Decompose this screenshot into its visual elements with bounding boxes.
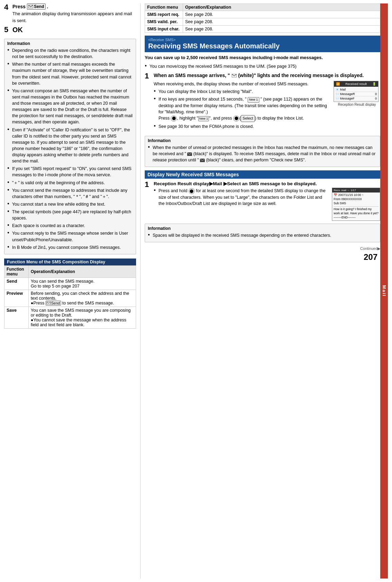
recvmail-titlebar: Recv. mail ← 1/17 <box>332 188 380 193</box>
bottom-bar: Continued▶ <box>145 246 380 251</box>
col-header-operation: Operation/Explanation <box>183 4 380 11</box>
info-item: In B Mode of 2in1, you cannot compose SM… <box>7 244 133 251</box>
step-4: 4 Press Send . The animation display dur… <box>4 3 136 24</box>
list-item: If no keys are pressed for about 15 seco… <box>154 96 330 122</box>
function-name: Preview <box>4 290 29 307</box>
info-item: "＋" is valid only at the beginning of th… <box>7 180 133 186</box>
step-5: 5 OK <box>4 26 136 36</box>
display-new-section-header: Display Newly Received SMS Messages <box>145 170 380 179</box>
circle-button-2[interactable]: ⬤ <box>233 115 239 122</box>
function-desc: See page 208. <box>183 11 380 18</box>
send-button-label: Send <box>34 4 44 9</box>
info-item: You cannot start a new line while editin… <box>7 201 133 207</box>
screenshot-caption: Reception Result display <box>334 103 380 106</box>
function-name: SMS input char. <box>145 26 183 33</box>
right-top-table: Function menu Operation/Explanation SMS … <box>145 3 380 33</box>
table-row: SMS report req. See page 208. <box>145 11 380 18</box>
info-list-1: Depending on the radio wave conditions, … <box>7 47 133 251</box>
screenshot-body: 📧 Mail 📨 MessageR0 📨 MessageF0 <box>334 87 378 102</box>
receive-sms-title: Receiving SMS Messages Automatically <box>148 42 377 50</box>
info-item: You cannot reply to the SMS message whos… <box>7 230 133 243</box>
function-name: SMS report req. <box>145 11 183 18</box>
info-box-1-title: Information <box>7 41 133 46</box>
info-item: Each space is counted as a character. <box>7 223 133 229</box>
list-item: Press and hold ⬤ for at least one second… <box>154 188 327 207</box>
table-row: Save You can save the SMS message you ar… <box>4 307 136 328</box>
function-menu-section: Function Menu of the SMS Composition Dis… <box>4 259 136 329</box>
info-item: If you set "SMS report request" to "ON",… <box>7 166 133 178</box>
table-row: Preview Before sending, you can check th… <box>4 290 136 307</box>
display-step-1-body: Press and hold ⬤ for at least one second… <box>154 188 380 220</box>
function-menu-table: Function menu Operation/Explanation Send… <box>4 265 136 329</box>
page-number-area: 207 <box>145 252 380 262</box>
mail-envelope-icon: Send <box>27 3 45 10</box>
reception-text: When receiving ends, the display shows t… <box>154 81 330 131</box>
step-5-number: 5 <box>4 26 10 34</box>
step-4-title: Press Send . <box>12 3 136 10</box>
info-item: When the number of sent mail messages ex… <box>7 61 133 86</box>
screenshot-row: 📨 MessageF0 <box>335 96 377 101</box>
list-item: You can move/copy the received SMS messa… <box>145 63 380 69</box>
list-item: You can display the Inbox List by select… <box>154 88 330 95</box>
right-step-1-number: 1 <box>145 72 151 80</box>
step-5-title: OK <box>12 26 136 34</box>
information-box-2: Information When the number of unread or… <box>145 136 380 167</box>
col-header-function: Function menu <box>145 4 183 11</box>
function-desc: You can send the SMS message.Go to step … <box>29 278 136 290</box>
table-row: SMS valid. per. See page 208. <box>145 18 380 26</box>
col-header-operation: Operation/Explanation <box>29 265 136 278</box>
info-item: You cannot compose an SMS message when t… <box>7 88 133 125</box>
info-box-3-title: Information <box>148 226 377 231</box>
step-4-suffix: . <box>47 4 48 9</box>
function-name: Save <box>4 307 29 328</box>
circle-button-3[interactable]: ⬤ <box>189 188 195 194</box>
info-item: Spaces will be displayed in the received… <box>148 232 377 238</box>
display-step-1-title: Reception Result display▶Mail ▶Select an… <box>154 181 380 186</box>
sidebar-label: Mail <box>382 285 387 297</box>
select-button[interactable]: Select <box>241 115 255 122</box>
new-icon: New 1 <box>249 97 258 102</box>
page-number: 207 <box>364 252 377 262</box>
function-name: Send <box>4 278 29 290</box>
info-list-3: Spaces will be displayed in the received… <box>148 232 377 238</box>
display-bullets: Press and hold ⬤ for at least one second… <box>154 188 327 207</box>
receive-sms-header: <Receive SMS> Receiving SMS Messages Aut… <box>145 36 380 52</box>
step-4-press-label: Press <box>12 4 26 9</box>
info-box-2-title: Information <box>148 138 377 143</box>
receive-sms-subtitle: <Receive SMS> <box>148 38 377 42</box>
information-box-1: Information Depending on the radio wave … <box>4 39 136 254</box>
screenshot-titlebar: 📶Received result🔋 <box>334 81 378 87</box>
function-desc: See page 208. <box>183 18 380 26</box>
info-item: When the number of unread or protected m… <box>148 144 377 163</box>
display-step-1-number: 1 <box>145 181 151 188</box>
info-item: The special symbols (see page 447) are r… <box>7 209 133 221</box>
function-name: SMS valid. per. <box>145 18 183 26</box>
continued-text: Continued▶ <box>360 246 380 251</box>
reception-bullets: You can display the Inbox List by select… <box>154 88 330 130</box>
table-row: Send You can send the SMS message.Go to … <box>4 278 136 290</box>
info-list-2: When the number of unread or protected m… <box>148 144 377 163</box>
list-item: See page 30 for when the FOMA phone is c… <box>154 123 330 130</box>
reception-display-area: When receiving ends, the display shows t… <box>154 81 380 131</box>
recvmail-screenshot: Recv. mail ← 1/17 📅 2007/11/15 10:00 ↑ F… <box>332 188 380 220</box>
right-step-1-title: When an SMS message arrives, " (white)" … <box>154 72 380 79</box>
receive-intro: You can save up to 2,500 received SMS me… <box>145 54 380 61</box>
function-desc: Before sending, you can check the addres… <box>29 290 136 307</box>
circle-button[interactable]: ⬤ <box>171 115 177 122</box>
info-item: You cannot send the message to addresses… <box>7 187 133 200</box>
reception-screenshot: 📶Received result🔋 📧 Mail 📨 MessageR0 <box>334 81 380 106</box>
screenshot-row: 📧 Mail <box>335 87 377 92</box>
display-new-step-1: 1 Reception Result display▶Mail ▶Select … <box>145 181 380 220</box>
col-header-function: Function menu <box>4 265 29 278</box>
information-box-3: Information Spaces will be displayed in … <box>145 224 380 242</box>
info-item: Depending on the radio wave conditions, … <box>7 47 133 60</box>
function-desc: You can save the SMS message you are com… <box>29 307 136 328</box>
display-step-1-text: Press and hold ⬤ for at least one second… <box>154 188 327 220</box>
table-row: SMS input char. See page 208. <box>145 26 380 33</box>
step-4-number: 4 <box>4 3 10 11</box>
info-item: Even if "Activate" of "Caller ID notific… <box>7 127 133 165</box>
recvmail-body: 📅 2007/11/15 10:00 ↑ From 090XXXXXXXX Su… <box>332 193 380 220</box>
receive-bullets: You can move/copy the received SMS messa… <box>145 63 380 69</box>
step-4-description: The animation display during transmissio… <box>12 10 136 24</box>
function-desc: See page 208. <box>183 26 380 33</box>
